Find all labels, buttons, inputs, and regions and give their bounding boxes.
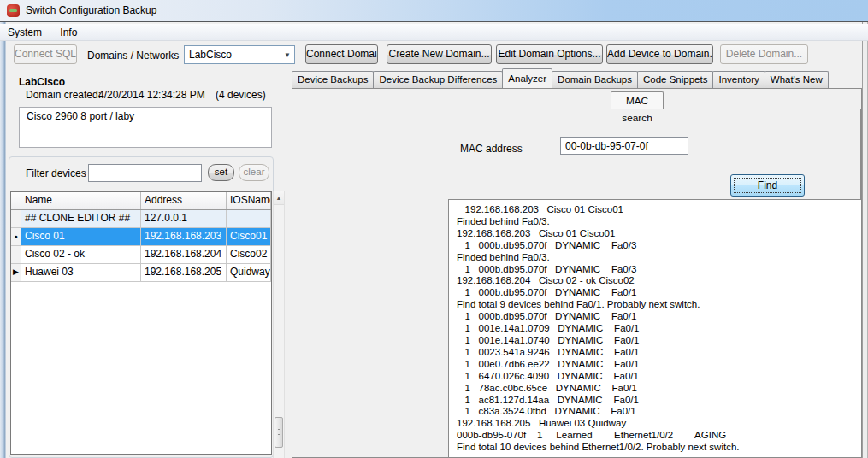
domain-created-label: Domain created: (26, 89, 101, 101)
device-table-header: Name Address IOSName (11, 192, 271, 210)
row-selector[interactable] (11, 210, 21, 227)
cell-iosname (227, 210, 271, 227)
cell-name: Cisco 02 - ok (21, 246, 141, 263)
column-header-iosname[interactable]: IOSName (227, 192, 271, 209)
mac-address-label: MAC address (460, 143, 523, 155)
title-bar: Switch Configuration Backup (0, 0, 868, 22)
filter-devices-label: Filter devices (26, 167, 86, 179)
cell-name: Huawei 03 (21, 264, 141, 281)
domain-description-box[interactable]: Cisco 2960 8 port / laby (19, 107, 272, 148)
domain-combobox-value: LabCisco (185, 49, 280, 61)
menu-bar: System Info (0, 24, 868, 41)
table-row[interactable]: ▶ Huawei 03 192.168.168.205 Quidway (11, 264, 271, 282)
scrollbar-thumb[interactable] (275, 417, 283, 448)
domain-created-value: 4/20/2014 12:34:28 PM (98, 89, 205, 101)
main-tab-strip: Device Backups Device Backup Differences… (292, 71, 829, 88)
mac-address-input[interactable] (560, 137, 688, 155)
window-right-border (862, 22, 868, 458)
chevron-down-icon[interactable]: ▼ (280, 51, 294, 59)
add-device-to-domain-button[interactable]: Add Device to Domain... (606, 44, 713, 64)
device-count-label: (4 devices) (216, 89, 266, 101)
cell-address: 127.0.0.1 (141, 210, 227, 227)
device-table: Name Address IOSName ## CLONE EDITOR ## … (10, 191, 272, 455)
find-button[interactable]: Find (730, 174, 805, 197)
column-header-address[interactable]: Address (141, 192, 227, 209)
table-row[interactable]: Cisco 02 - ok 192.168.168.204 Cisco02 (11, 246, 271, 264)
tab-analyzer[interactable]: Analyzer (502, 68, 552, 88)
domain-combobox[interactable]: LabCisco ▼ (184, 45, 295, 64)
window-title: Switch Configuration Backup (26, 0, 156, 21)
row-selector[interactable] (11, 246, 21, 263)
cell-address: 192.168.168.203 (141, 228, 227, 245)
cell-address: 192.168.168.204 (141, 246, 227, 263)
edit-domain-options-button[interactable]: Edit Domain Options... (496, 44, 603, 64)
row-selector[interactable]: ● (11, 228, 21, 245)
menu-system[interactable]: System (0, 24, 50, 41)
table-row-selected[interactable]: ● Cisco 01 192.168.168.203 Cisco01 (11, 228, 271, 246)
tab-domain-backups[interactable]: Domain Backups (552, 71, 638, 88)
cell-iosname: Cisco02 (227, 246, 271, 263)
header-stub (11, 192, 21, 209)
table-row[interactable]: ## CLONE EDITOR ## 127.0.0.1 (11, 210, 271, 228)
cell-iosname: Cisco01 (227, 228, 271, 245)
window-left-border (0, 22, 6, 458)
tab-device-backup-differences[interactable]: Device Backup Differences (373, 71, 503, 88)
scroll-up-icon[interactable]: ▲ (274, 191, 284, 205)
cell-iosname: Quidway (227, 264, 271, 281)
create-new-domain-button[interactable]: Create New Domain... (387, 44, 492, 64)
app-window: Switch Configuration Backup System Info … (0, 0, 868, 458)
cell-address: 192.168.168.205 (141, 264, 227, 281)
cell-name: ## CLONE EDITOR ## (21, 210, 141, 227)
subtab-mac-search[interactable]: MAC search (611, 91, 664, 109)
delete-domain-button[interactable]: Delete Domain... (720, 44, 808, 64)
domains-networks-label: Domains / Networks (87, 50, 179, 62)
tab-inventory[interactable]: Inventory (712, 71, 765, 88)
tab-whats-new[interactable]: What's New (765, 71, 829, 88)
menu-info[interactable]: Info (52, 24, 85, 41)
row-selector[interactable]: ▶ (11, 264, 21, 281)
domain-name-heading: LabCisco (19, 76, 65, 88)
tab-code-snippets[interactable]: Code Snippets (637, 71, 713, 88)
mac-search-results[interactable]: 192.168.168.203 Cisco 01 Cisco01 Finded … (448, 199, 862, 458)
column-header-name[interactable]: Name (21, 192, 141, 209)
filter-set-button[interactable]: set (208, 164, 234, 181)
connect-domain-button[interactable]: Connect Domain (305, 44, 378, 64)
filter-devices-input[interactable] (88, 164, 202, 182)
tab-device-backups[interactable]: Device Backups (292, 71, 374, 88)
connect-sql-button[interactable]: Connect SQL (14, 44, 77, 64)
filter-clear-button[interactable]: clear (239, 164, 269, 181)
device-table-scrollbar[interactable]: ▲ (273, 191, 285, 458)
cell-name: Cisco 01 (21, 228, 141, 245)
app-icon (7, 4, 20, 17)
